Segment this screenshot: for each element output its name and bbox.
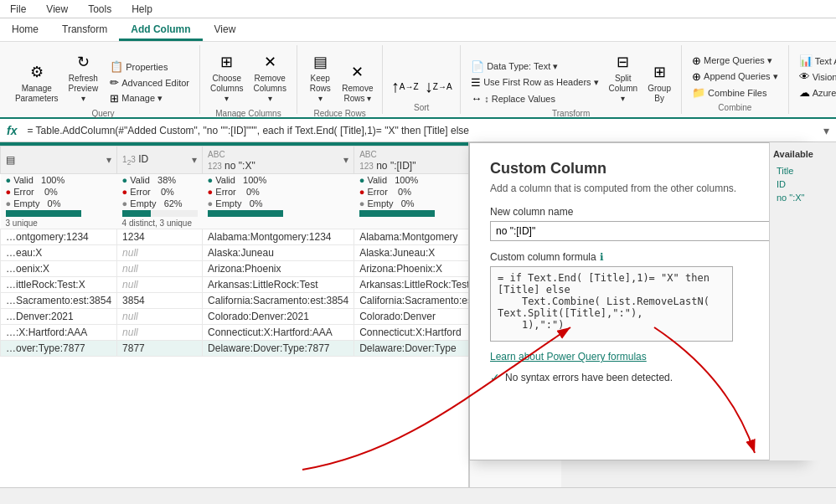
available-col-nox[interactable]: no ":X" [773, 191, 833, 204]
table-row: …eau:X null Alaska:Juneau Alaska:Juneau:… [1, 245, 469, 261]
main-layout: ▤ ▾ 123 ID ▾ ABC123 no " [0, 142, 836, 487]
manage-params-button[interactable]: ⚙ ManageParameters [13, 59, 59, 105]
ribbon: Home Transform Add Column View ⚙ ManageP… [0, 18, 836, 119]
remove-rows-icon: ✕ [346, 60, 369, 84]
menu-tools[interactable]: Tools [85, 2, 115, 17]
query-buttons: ⚙ ManageParameters ↻ RefreshPreview ▾ 📋 … [13, 45, 193, 109]
manage-params-icon: ⚙ [25, 60, 49, 84]
manage-button[interactable]: ⊞ Manage ▾ [106, 91, 193, 105]
remove-rows-label: RemoveRows ▾ [342, 84, 373, 104]
status-bar [0, 487, 836, 504]
group-by-icon: ⊞ [648, 60, 671, 84]
table-area: ▤ ▾ 123 ID ▾ ABC123 no " [0, 142, 469, 487]
data-type-button[interactable]: 📄 Data Type: Text ▾ [467, 59, 601, 74]
group-by-button[interactable]: ⊞ GroupBy [644, 59, 674, 105]
vision-icon: 👁 [799, 70, 810, 83]
keep-rows-label: KeepRows ▾ [307, 74, 333, 104]
menu-help[interactable]: Help [128, 2, 156, 17]
reduce-rows-buttons: ▤ KeepRows ▾ ✕ RemoveRows ▾ [304, 45, 375, 109]
dialog-status: ✓ No syntax errors have been detected. [490, 371, 783, 384]
table-container[interactable]: ▤ ▾ 123 ID ▾ ABC123 no " [0, 146, 468, 487]
formula-expand-button[interactable]: ▾ [823, 124, 829, 137]
col-header-noid[interactable]: ABC123 no ":[ID]" ▾ [354, 147, 468, 174]
sort-desc-button[interactable]: ↓Z→A [423, 73, 453, 100]
refresh-label: RefreshPreview ▾ [66, 74, 100, 104]
col-filter-nox[interactable]: ▾ [343, 154, 348, 166]
ribbon-group-ai: 📊 Text Analytics 👁 Vision ☁ Azure Machin… [789, 45, 836, 114]
manage-icon: ⊞ [110, 92, 119, 105]
sort-desc-icon: ↓Z→A [426, 75, 450, 98]
transform-label: Transform [552, 109, 590, 120]
col-header-row[interactable]: ▤ ▾ [1, 147, 117, 174]
menu-file[interactable]: File [7, 2, 29, 17]
sort-asc-icon: ↑A→Z [393, 75, 416, 98]
combine-label: Combine [718, 103, 751, 114]
refresh-preview-button[interactable]: ↻ RefreshPreview ▾ [63, 49, 103, 105]
combine-files-button[interactable]: 📁 Combine Files [689, 85, 782, 100]
remove-rows-button[interactable]: ✕ RemoveRows ▾ [339, 59, 375, 105]
col-name-input[interactable] [490, 221, 783, 241]
first-row-icon: ☰ [471, 76, 481, 89]
stats-row: 3 unique 4 distinct, 3 unique [1, 218, 469, 229]
first-row-header-button[interactable]: ☰ Use First Row as Headers ▾ [467, 75, 601, 90]
merge-queries-button[interactable]: ⊕ Merge Queries ▾ [689, 54, 782, 68]
formula-bar: fx ▾ [0, 119, 836, 142]
tab-transform[interactable]: Transform [50, 18, 119, 41]
vision-button[interactable]: 👁 Vision [796, 69, 836, 84]
col-header-id[interactable]: 123 ID ▾ [117, 147, 203, 174]
advanced-editor-button[interactable]: ✏ Advanced Editor [106, 75, 193, 90]
manage-cols-buttons: ⊞ ChooseColumns ▾ ✕ RemoveColumns ▾ [207, 45, 290, 109]
quality-valid-row: ● Valid 100% ● Valid 38% ● Valid 100% ● … [1, 174, 469, 187]
split-column-button[interactable]: ⊟ SplitColumn ▾ [606, 49, 641, 105]
choose-cols-icon: ⊞ [215, 50, 239, 74]
sort-buttons: ↑A→Z ↓Z→A [390, 45, 453, 103]
table-row: …ittleRock:Test:X null Arkansas:LittleRo… [1, 277, 469, 293]
data-type-icon: 📄 [471, 60, 484, 73]
formula-input[interactable] [27, 125, 817, 136]
formula-info-icon[interactable]: ℹ [600, 251, 604, 263]
replace-values-button[interactable]: ↔ ↕ Replace Values [467, 91, 601, 105]
tab-add-column[interactable]: Add Column [119, 18, 202, 41]
reduce-rows-label: Reduce Rows [313, 109, 365, 120]
col-header-nox[interactable]: ABC123 no ":X" ▾ [203, 147, 354, 174]
append-queries-button[interactable]: ⊕ Append Queries ▾ [689, 69, 782, 84]
quality-empty-row: ● Empty 0% ● Empty 62% ● Empty 0% ● Empt… [1, 198, 469, 209]
tab-home[interactable]: Home [0, 18, 50, 41]
available-title: Available [773, 149, 833, 159]
available-col-id[interactable]: ID [773, 177, 833, 191]
combine-buttons: ⊕ Merge Queries ▾ ⊕ Append Queries ▾ 📁 C… [689, 45, 782, 103]
azure-ml-button[interactable]: ☁ Azure Machine Learning [796, 85, 836, 100]
formula-textarea[interactable]: = if Text.End( [Title],1)= "X" then [Tit… [490, 266, 733, 342]
menu-view[interactable]: View [43, 2, 71, 17]
ribbon-group-reduce-rows: ▤ KeepRows ▾ ✕ RemoveRows ▾ Reduce Rows [297, 45, 383, 114]
choose-columns-button[interactable]: ⊞ ChooseColumns ▾ [207, 49, 246, 105]
ribbon-group-combine: ⊕ Merge Queries ▾ ⊕ Append Queries ▾ 📁 C… [682, 45, 789, 114]
refresh-icon: ↻ [71, 50, 95, 74]
remove-columns-button[interactable]: ✕ RemoveColumns ▾ [250, 49, 289, 105]
table-row: …over:Type:7877 7877 Delaware:Dover:Type… [1, 341, 469, 357]
properties-button[interactable]: 📋 Properties [106, 59, 193, 74]
tab-view[interactable]: View [203, 18, 248, 41]
text-analytics-button[interactable]: 📊 Text Analytics [796, 54, 836, 68]
replace-icon: ↔ [471, 92, 482, 105]
quality-error-row: ● Error 0% ● Error 0% ● Error 0% ● Error… [1, 186, 469, 198]
table-row: …Sacramento:est:3854 3854 California:Sac… [1, 293, 469, 309]
keep-rows-button[interactable]: ▤ KeepRows ▾ [304, 49, 337, 105]
sort-label: Sort [414, 103, 429, 114]
combine-files-icon: 📁 [692, 86, 705, 99]
transform-buttons: 📄 Data Type: Text ▾ ☰ Use First Row as H… [467, 45, 674, 109]
manage-cols-label: Manage Columns [215, 109, 281, 120]
append-icon: ⊕ [692, 70, 701, 83]
learn-link[interactable]: Learn about Power Query formulas [490, 351, 647, 363]
status-check-icon: ✓ [490, 371, 500, 384]
col-filter-id[interactable]: ▾ [192, 154, 197, 166]
remove-cols-label: RemoveColumns ▾ [253, 74, 286, 104]
ai-buttons: 📊 Text Analytics 👁 Vision ☁ Azure Machin… [796, 45, 836, 103]
sort-asc-button[interactable]: ↑A→Z [390, 73, 420, 100]
available-col-title[interactable]: Title [773, 164, 833, 177]
query-group-label: Query [91, 109, 114, 120]
table-row: …:X:Hartford:AAA null Connecticut:X:Hart… [1, 325, 469, 341]
table-row: …Denver:2021 null Colorado:Denver:2021 C… [1, 309, 469, 325]
azure-icon: ☁ [799, 86, 810, 99]
col-filter-0[interactable]: ▾ [106, 154, 111, 166]
